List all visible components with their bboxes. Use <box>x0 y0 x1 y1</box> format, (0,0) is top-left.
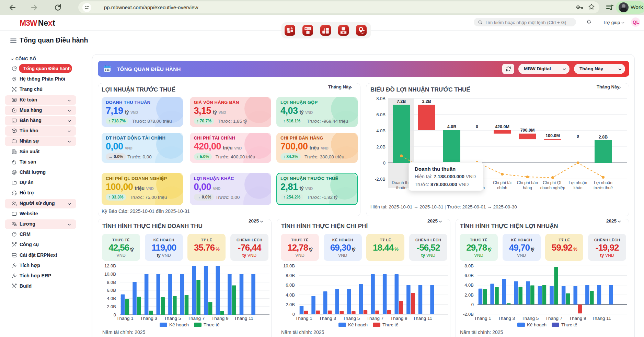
svg-text:thuần: thuần <box>396 185 406 190</box>
svg-text:Tháng 9: Tháng 9 <box>390 316 407 321</box>
svg-text:Tháng 1: Tháng 1 <box>474 316 491 321</box>
svg-text:100.0M: 100.0M <box>545 133 560 138</box>
svg-text:Tháng 7: Tháng 7 <box>367 316 384 321</box>
svg-text:2.0B: 2.0B <box>286 302 295 307</box>
svg-text:Tháng 3: Tháng 3 <box>319 316 336 321</box>
svg-text:3.2B: 3.2B <box>422 99 431 104</box>
svg-text:Tháng 5: Tháng 5 <box>164 316 181 321</box>
svg-text:0: 0 <box>476 124 478 129</box>
svg-text:700.0M: 700.0M <box>520 128 535 133</box>
svg-text:Tháng 11: Tháng 11 <box>592 316 611 321</box>
svg-text:10.0B: 10.0B <box>283 263 295 268</box>
svg-text:4.0B: 4.0B <box>376 128 386 133</box>
svg-text:khác: khác <box>574 185 582 190</box>
svg-text:8.0B: 8.0B <box>107 280 116 285</box>
svg-text:Tháng 9: Tháng 9 <box>211 316 229 321</box>
svg-text:10.0B: 10.0B <box>104 272 116 277</box>
svg-text:8.0B: 8.0B <box>376 96 386 101</box>
svg-text:2.8B: 2.8B <box>599 135 608 140</box>
svg-text:2.0B: 2.0B <box>464 292 474 298</box>
svg-text:hàng: hàng <box>523 185 532 190</box>
svg-text:0: 0 <box>114 312 116 317</box>
svg-text:6.0B: 6.0B <box>286 282 295 288</box>
svg-text:-2.0B: -2.0B <box>463 312 474 317</box>
svg-text:Tháng 5: Tháng 5 <box>522 316 539 321</box>
svg-text:420.0M: 420.0M <box>495 124 509 129</box>
svg-text:6.0B: 6.0B <box>107 288 116 293</box>
svg-text:Tháng 7: Tháng 7 <box>188 316 205 321</box>
svg-text:Tháng 1: Tháng 1 <box>116 316 134 321</box>
svg-text:Tháng 7: Tháng 7 <box>545 316 563 321</box>
svg-text:4.0B: 4.0B <box>447 124 456 129</box>
svg-text:Tháng 9: Tháng 9 <box>569 316 586 321</box>
svg-text:Doanh thu: Doanh thu <box>392 180 411 185</box>
svg-text:Tháng 11: Tháng 11 <box>234 316 253 321</box>
svg-text:12.0B: 12.0B <box>104 263 116 268</box>
svg-text:2.0B: 2.0B <box>376 144 386 149</box>
svg-text:trước thuế: trước thuế <box>594 185 613 190</box>
svg-text:chính: chính <box>497 185 507 190</box>
svg-text:-2.0B: -2.0B <box>375 177 386 182</box>
svg-text:doanh nghiệp: doanh nghiệp <box>540 185 565 190</box>
svg-text:4.0B: 4.0B <box>464 282 474 288</box>
svg-text:Tháng 11: Tháng 11 <box>413 316 432 321</box>
svg-text:6.0B: 6.0B <box>376 112 386 117</box>
svg-text:4.0B: 4.0B <box>286 292 295 298</box>
svg-text:7.2B: 7.2B <box>397 99 406 104</box>
svg-text:Tháng 3: Tháng 3 <box>140 316 157 321</box>
svg-text:Tháng 5: Tháng 5 <box>343 316 360 321</box>
svg-text:2.0B: 2.0B <box>107 304 116 309</box>
svg-text:8.0B: 8.0B <box>286 273 295 278</box>
svg-text:0: 0 <box>383 160 386 166</box>
svg-text:Lợi nhuận: Lợi nhuận <box>594 180 612 185</box>
svg-text:Chi phí tài: Chi phí tài <box>493 180 511 185</box>
svg-text:4.0B: 4.0B <box>107 296 116 301</box>
svg-text:0: 0 <box>577 134 579 139</box>
svg-text:Lợi nhuận: Lợi nhuận <box>569 180 587 185</box>
svg-text:Tháng 1: Tháng 1 <box>295 316 312 321</box>
svg-text:0: 0 <box>471 302 474 307</box>
svg-text:Chi phí bán: Chi phí bán <box>517 180 538 185</box>
svg-text:Chi phí QL: Chi phí QL <box>543 180 563 185</box>
svg-text:6.0B: 6.0B <box>464 273 474 278</box>
svg-text:Tháng 3: Tháng 3 <box>498 316 515 321</box>
svg-text:0: 0 <box>292 312 295 317</box>
svg-text:8.0B: 8.0B <box>464 263 474 268</box>
